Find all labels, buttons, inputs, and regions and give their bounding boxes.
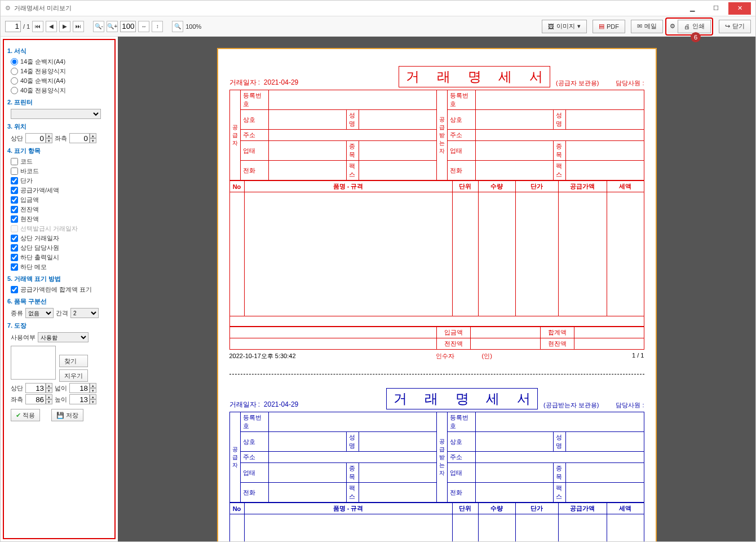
stamp-width[interactable] bbox=[69, 383, 90, 393]
printer-icon: 🖨 bbox=[684, 23, 690, 30]
maximize-button[interactable]: ☐ bbox=[705, 2, 727, 15]
titlebar: ⚙ 거래명세서 미리보기 ▁ ☐ ✕ bbox=[1, 1, 755, 16]
pos-left[interactable] bbox=[69, 133, 90, 143]
toolbar: / 1 ⏮ ◀ ▶ ⏭ 🔍- 🔍+ ↔ ↕ 🔍 100% 🖼이미지▾ ▤PDF … bbox=[1, 16, 755, 37]
image-button[interactable]: 🖼이미지▾ bbox=[542, 20, 587, 33]
display-chk-1[interactable]: 바코드 bbox=[11, 167, 111, 175]
section-format: 1. 서식 bbox=[7, 47, 111, 55]
section-position: 3. 위치 bbox=[7, 122, 111, 131]
first-page-button[interactable]: ⏮ bbox=[32, 21, 43, 32]
stamp-top[interactable] bbox=[25, 383, 46, 393]
display-chk-10[interactable]: 하단 출력일시 bbox=[11, 253, 111, 262]
fit-height-button[interactable]: ↕ bbox=[152, 21, 163, 32]
zoom-out-button[interactable]: 🔍- bbox=[93, 21, 104, 32]
display-chk-8[interactable]: 상단 거래일자 bbox=[11, 234, 111, 243]
next-page-button[interactable]: ▶ bbox=[59, 21, 70, 32]
divider-type[interactable]: 없음 bbox=[25, 308, 54, 318]
print-button[interactable]: 🖨인쇄 bbox=[678, 20, 711, 33]
stamp-use[interactable]: 사용함 bbox=[38, 332, 89, 342]
sidebar: 1. 서식 14줄 순백지(A4) 14줄 전용양식지 40줄 순백지(A4) … bbox=[3, 39, 116, 539]
badge-6: 6 bbox=[691, 32, 701, 42]
window-title: 거래명세서 미리보기 bbox=[14, 4, 680, 12]
divider-gap[interactable]: 2 bbox=[70, 308, 99, 318]
mail-button[interactable]: ✉메일 bbox=[631, 20, 663, 33]
exit-icon: ↪ bbox=[725, 23, 730, 30]
prev-page-button[interactable]: ◀ bbox=[46, 21, 57, 32]
document-page: 거래일자 : 2021-04-29 거 래 명 세 서 (공급자 보관용) 담당… bbox=[217, 48, 657, 541]
display-chk-3[interactable]: 공급가액/세액 bbox=[11, 186, 111, 195]
image-icon: 🖼 bbox=[548, 23, 554, 30]
items-table: No품명 - 규격단위수량단가공급가액세액 bbox=[229, 180, 644, 327]
display-chk-9[interactable]: 상단 담당사원 bbox=[11, 244, 111, 252]
timestamp: 2022-10-17오후 5:30:42 bbox=[229, 352, 296, 360]
display-chk-7: 선택발급시 거래일자 bbox=[11, 224, 111, 233]
format-opt-1[interactable]: 14줄 전용양식지 bbox=[11, 67, 111, 76]
zoom-label: 100% bbox=[185, 23, 201, 30]
format-opt-2[interactable]: 40줄 순백지(A4) bbox=[11, 77, 111, 85]
display-chk-0[interactable]: 코드 bbox=[11, 157, 111, 166]
fit-width-button[interactable]: ↔ bbox=[138, 21, 149, 32]
page-num: 1 / 1 bbox=[632, 352, 644, 360]
summary-table: 입금액합계액 전잔액현잔액 bbox=[229, 327, 644, 350]
pdf-button[interactable]: ▤PDF bbox=[593, 20, 625, 33]
format-opt-3[interactable]: 40줄 전용양식지 bbox=[11, 86, 111, 95]
page-total: / 1 bbox=[23, 23, 30, 30]
stamp-height[interactable] bbox=[69, 394, 90, 404]
display-chk-5[interactable]: 전잔액 bbox=[11, 205, 111, 214]
page-input[interactable] bbox=[5, 21, 21, 32]
info-table: 공급자등록번호공급받는자등록번호 상호성명상호성명 주소주소 업태종목업태종목 … bbox=[229, 90, 644, 180]
section-display: 4. 표기 항목 bbox=[7, 147, 111, 155]
stamp-preview bbox=[11, 346, 56, 380]
stamp-left[interactable] bbox=[25, 394, 46, 404]
stamp-clear[interactable]: 지우기 bbox=[59, 369, 88, 382]
gear-icon: ⚙ bbox=[5, 5, 11, 12]
section-amount: 5. 거래액 표기 방법 bbox=[7, 275, 111, 283]
close-window-button[interactable]: ✕ bbox=[728, 2, 751, 15]
minimize-button[interactable]: ▁ bbox=[681, 2, 704, 15]
pdf-icon: ▤ bbox=[599, 23, 604, 30]
format-opt-0[interactable]: 14줄 순백지(A4) bbox=[11, 58, 111, 66]
zoom-reset-button[interactable]: 🔍 bbox=[172, 21, 183, 32]
apply-button[interactable]: ✔적용 bbox=[11, 409, 40, 421]
amount-chk[interactable]: 공급가액란에 합계액 표기 bbox=[11, 285, 111, 294]
staff-label: 담당사원 : bbox=[616, 79, 644, 87]
display-chk-2[interactable]: 단가 bbox=[11, 177, 111, 185]
display-chk-6[interactable]: 현잔액 bbox=[11, 215, 111, 223]
gear-icon: ⚙ bbox=[670, 23, 675, 30]
zoom-input[interactable] bbox=[120, 21, 136, 32]
check-icon: ✔ bbox=[16, 412, 21, 419]
stamp-find[interactable]: 찾기 bbox=[59, 355, 88, 367]
zoom-in-button[interactable]: 🔍+ bbox=[107, 21, 118, 32]
display-chk-11[interactable]: 하단 메모 bbox=[11, 263, 111, 271]
section-divider: 6. 품목 구분선 bbox=[7, 297, 111, 306]
close-button[interactable]: ↪닫기 bbox=[719, 20, 751, 33]
last-page-button[interactable]: ⏭ bbox=[73, 21, 84, 32]
section-printer: 2. 프린터 bbox=[7, 98, 111, 107]
print-settings-button[interactable]: ⚙ bbox=[667, 20, 678, 33]
doc-kind: (공급자 보관용) bbox=[556, 79, 599, 87]
mail-icon: ✉ bbox=[637, 23, 642, 30]
section-stamp: 7. 도장 bbox=[7, 321, 111, 330]
save-button[interactable]: 💾저장 bbox=[51, 409, 83, 421]
save-icon: 💾 bbox=[56, 412, 64, 419]
print-group: ⚙ 🖨인쇄 6 bbox=[665, 17, 713, 36]
display-chk-4[interactable]: 입금액 bbox=[11, 196, 111, 204]
pos-top[interactable] bbox=[25, 133, 46, 143]
preview-area[interactable]: 거래일자 : 2021-04-29 거 래 명 세 서 (공급자 보관용) 담당… bbox=[118, 37, 755, 541]
date-label: 거래일자 : 2021-04-29 bbox=[229, 78, 299, 86]
printer-select[interactable] bbox=[11, 109, 101, 119]
doc-title: 거 래 명 세 서 bbox=[399, 66, 550, 87]
